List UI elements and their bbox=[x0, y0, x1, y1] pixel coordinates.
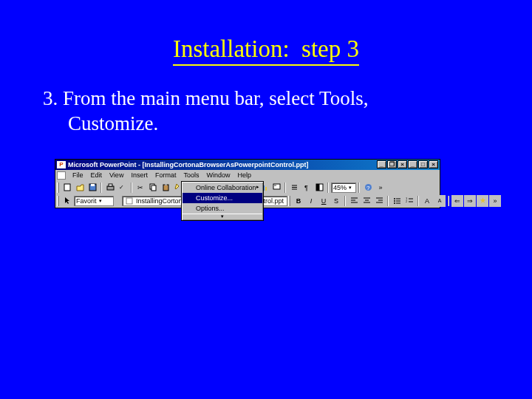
animation-effects-icon[interactable] bbox=[477, 195, 488, 207]
bullets-icon[interactable] bbox=[391, 195, 403, 207]
expand-all-icon[interactable] bbox=[288, 182, 300, 194]
menu-online-collaboration[interactable]: Online Collaboration bbox=[183, 183, 262, 193]
chevron-down-icon: ▾ bbox=[99, 198, 102, 204]
powerpoint-app-icon: P bbox=[57, 161, 66, 168]
decrease-font-icon[interactable]: A bbox=[434, 195, 446, 207]
save-icon[interactable] bbox=[86, 182, 98, 194]
menu-customize[interactable]: Customize... bbox=[183, 193, 262, 203]
svg-rect-2 bbox=[91, 184, 95, 186]
svg-rect-8 bbox=[151, 185, 156, 191]
svg-text:✓: ✓ bbox=[119, 184, 124, 191]
svg-rect-21 bbox=[274, 185, 276, 186]
menu-view[interactable]: View bbox=[106, 171, 127, 180]
menu-tools[interactable]: Tools bbox=[180, 171, 202, 180]
menu-file[interactable]: File bbox=[69, 171, 87, 180]
menu-window[interactable]: Window bbox=[202, 171, 233, 180]
svg-point-44 bbox=[394, 202, 395, 204]
italic-icon[interactable]: I bbox=[305, 195, 317, 207]
help-icon[interactable]: ? bbox=[362, 182, 374, 194]
svg-rect-0 bbox=[64, 184, 70, 191]
copy-icon[interactable] bbox=[147, 182, 159, 194]
toolbar-grip[interactable] bbox=[57, 183, 59, 193]
close-button[interactable]: × bbox=[429, 160, 438, 168]
body-line-2: Customize. bbox=[43, 112, 489, 137]
toolbar-grip[interactable] bbox=[288, 196, 290, 206]
body-line-1: 3. From the main menu bar, select Tools, bbox=[43, 87, 368, 109]
new-slide-icon[interactable] bbox=[270, 182, 282, 194]
menu-options[interactable]: Options... bbox=[183, 203, 262, 214]
toolbar-separator bbox=[131, 183, 132, 193]
arrow-icon[interactable] bbox=[61, 195, 73, 207]
svg-text:2: 2 bbox=[406, 200, 408, 203]
zoom-combo[interactable]: 45% ▾ bbox=[331, 183, 356, 193]
menu-format[interactable]: Format bbox=[151, 171, 180, 180]
slide-body: 3. From the main menu bar, select Tools,… bbox=[0, 79, 532, 137]
menu-help[interactable]: Help bbox=[233, 171, 255, 180]
demote-icon[interactable]: ⇒ bbox=[464, 195, 476, 207]
promote-icon[interactable]: ⇐ bbox=[451, 195, 463, 207]
toolbar-separator bbox=[284, 183, 286, 193]
svg-rect-19 bbox=[265, 187, 267, 191]
numbering-icon[interactable]: 12 bbox=[403, 195, 415, 207]
svg-text:?: ? bbox=[366, 185, 370, 191]
svg-rect-9 bbox=[163, 185, 168, 191]
toolbar-separator bbox=[358, 183, 360, 193]
child-restore-button[interactable]: ❐ bbox=[387, 160, 397, 168]
increase-font-icon[interactable]: A bbox=[421, 195, 433, 207]
paste-icon[interactable] bbox=[160, 182, 171, 194]
more-buttons-icon[interactable]: » bbox=[375, 182, 386, 194]
svg-rect-4 bbox=[109, 184, 112, 186]
svg-text:¶: ¶ bbox=[304, 184, 308, 191]
tools-dropdown-menu: Online Collaboration Customize... Option… bbox=[181, 181, 264, 221]
minimize-button[interactable]: _ bbox=[408, 160, 417, 168]
maximize-button[interactable]: □ bbox=[418, 160, 428, 168]
align-left-icon[interactable] bbox=[348, 195, 360, 207]
window-title-text: Microsoft PowerPoint - [InstallingCorton… bbox=[68, 161, 377, 168]
window-titlebar: P Microsoft PowerPoint - [InstallingCort… bbox=[55, 160, 440, 170]
chevron-down-icon: ▾ bbox=[349, 185, 352, 191]
font-name-combo[interactable]: Favorit ▾ bbox=[74, 196, 114, 206]
underline-icon[interactable]: U bbox=[318, 195, 330, 207]
cut-icon[interactable]: ✂ bbox=[134, 182, 146, 194]
grayscale-icon[interactable] bbox=[313, 182, 325, 194]
open-icon[interactable] bbox=[74, 182, 86, 194]
svg-text:✂: ✂ bbox=[137, 184, 143, 191]
svg-point-42 bbox=[394, 200, 395, 202]
powerpoint-window: P Microsoft PowerPoint - [InstallingCort… bbox=[55, 159, 440, 208]
show-formatting-icon[interactable]: ¶ bbox=[301, 182, 313, 194]
svg-point-40 bbox=[394, 198, 395, 200]
slide-title: Installation: step 3 bbox=[0, 0, 532, 79]
new-doc-icon[interactable] bbox=[61, 182, 73, 194]
menu-bar: File Edit View Insert Format Tools Windo… bbox=[55, 170, 440, 181]
print-icon[interactable] bbox=[104, 182, 116, 194]
toolbar-separator bbox=[448, 196, 449, 206]
align-right-icon[interactable] bbox=[373, 195, 385, 207]
svg-rect-27 bbox=[316, 184, 320, 191]
title-part-2: step 3 bbox=[301, 35, 359, 62]
toolbar-separator bbox=[344, 196, 346, 206]
spellcheck-icon[interactable]: ✓ bbox=[117, 182, 129, 194]
child-close-button[interactable]: × bbox=[398, 160, 407, 168]
zoom-value: 45% bbox=[333, 184, 347, 191]
svg-rect-30 bbox=[126, 198, 132, 204]
menu-insert[interactable]: Insert bbox=[127, 171, 151, 180]
bold-icon[interactable]: B bbox=[293, 195, 304, 207]
document-icon bbox=[57, 171, 66, 180]
child-minimize-button[interactable]: _ bbox=[377, 160, 386, 168]
toolbar-separator bbox=[327, 183, 329, 193]
more-buttons-icon[interactable]: » bbox=[489, 195, 501, 207]
menu-expand-chevron-icon[interactable]: ▾ bbox=[183, 214, 262, 219]
toolbar-separator bbox=[417, 196, 419, 206]
shadow-icon[interactable]: S bbox=[330, 195, 342, 207]
font-value: Favorit bbox=[76, 197, 97, 205]
menu-edit[interactable]: Edit bbox=[87, 171, 106, 180]
align-center-icon[interactable] bbox=[361, 195, 372, 207]
svg-rect-3 bbox=[107, 186, 114, 190]
toolbar-separator bbox=[387, 196, 389, 206]
svg-rect-10 bbox=[165, 184, 167, 185]
toolbar-grip[interactable] bbox=[57, 196, 59, 206]
title-part-1: Installation: bbox=[173, 35, 290, 62]
toolbar-separator bbox=[100, 183, 102, 193]
